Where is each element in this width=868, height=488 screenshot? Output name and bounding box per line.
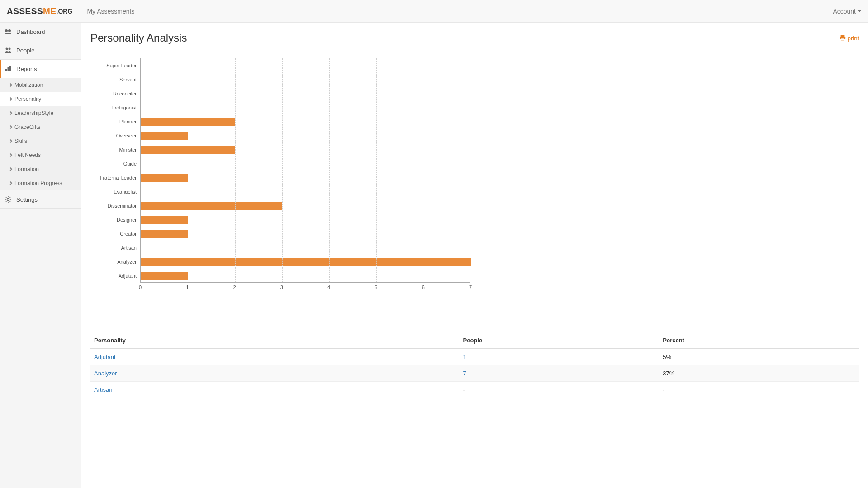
chart-y-label: Creator xyxy=(90,227,140,241)
top-navbar: ASSESSME .ORG My Assessments Account xyxy=(0,0,868,23)
chart-y-label: Super Leader xyxy=(90,58,140,72)
sidebar: Dashboard People Reports Mobilization Pe… xyxy=(0,23,81,488)
chart-y-label: Artisan xyxy=(90,241,140,255)
sidebar-item-reports[interactable]: Reports xyxy=(0,60,81,78)
percent-cell: 5% xyxy=(659,349,859,365)
chart-x-tick: 7 xyxy=(469,284,472,290)
print-label: print xyxy=(848,35,859,42)
chevron-right-icon xyxy=(9,111,12,115)
account-dropdown[interactable]: Account xyxy=(833,8,861,15)
chevron-right-icon xyxy=(9,97,12,101)
svg-rect-5 xyxy=(5,69,7,71)
svg-rect-2 xyxy=(5,33,11,34)
sidebar-sub-skills[interactable]: Skills xyxy=(0,134,81,148)
sidebar-sub-mobilization[interactable]: Mobilization xyxy=(0,78,81,92)
sidebar-item-settings[interactable]: Settings xyxy=(0,190,81,209)
print-button[interactable]: print xyxy=(840,35,859,42)
chart-y-label: Protagonist xyxy=(90,100,140,114)
svg-rect-11 xyxy=(841,38,844,41)
sidebar-sub-formationprogress[interactable]: Formation Progress xyxy=(0,176,81,190)
svg-rect-6 xyxy=(8,67,9,71)
caret-down-icon xyxy=(858,10,861,12)
svg-point-8 xyxy=(7,199,9,201)
sidebar-sub-leadershipstyle[interactable]: LeadershipStyle xyxy=(0,106,81,120)
sidebar-sub-label: LeadershipStyle xyxy=(14,110,53,116)
sidebar-sub-label: Formation xyxy=(14,166,39,172)
table-header-people: People xyxy=(460,332,659,349)
sidebar-item-label: People xyxy=(16,47,34,54)
table-row: Analyzer737% xyxy=(90,365,859,382)
chart-gridline xyxy=(235,58,236,282)
sidebar-item-label: Reports xyxy=(16,66,37,72)
percent-cell: 37% xyxy=(659,365,859,382)
chart-y-label: Reconciler xyxy=(90,86,140,100)
chart-gridline xyxy=(282,58,283,282)
nav-my-assessments[interactable]: My Assessments xyxy=(81,8,140,15)
sidebar-sub-gracegifts[interactable]: GraceGifts xyxy=(0,120,81,134)
chart-bar xyxy=(141,272,188,280)
sidebar-sub-label: Skills xyxy=(14,138,27,144)
people-icon xyxy=(5,47,12,54)
svg-rect-7 xyxy=(9,66,11,71)
chart-y-label: Evangelist xyxy=(90,185,140,199)
sidebar-sub-label: Felt Needs xyxy=(14,152,41,158)
chevron-right-icon xyxy=(9,153,12,157)
chart-bar xyxy=(141,230,188,238)
svg-point-4 xyxy=(9,48,11,50)
sidebar-sub-label: Mobilization xyxy=(14,82,43,88)
table-row: Adjutant15% xyxy=(90,349,859,365)
reports-icon xyxy=(5,65,12,72)
chevron-right-icon xyxy=(9,125,12,129)
sidebar-sub-label: GraceGifts xyxy=(14,124,40,130)
brand-suffix: .ORG xyxy=(57,8,73,15)
account-label: Account xyxy=(833,8,856,15)
chart-y-label: Minister xyxy=(90,142,140,156)
main-content: Personality Analysis print Super LeaderS… xyxy=(81,23,868,488)
personality-link[interactable]: Adjutant xyxy=(94,354,116,360)
chart-bar xyxy=(141,174,188,182)
chart-bar-row xyxy=(141,227,188,241)
personality-chart: Super LeaderServantReconcilerProtagonist… xyxy=(90,58,470,292)
chevron-right-icon xyxy=(9,83,12,87)
table-header-personality: Personality xyxy=(90,332,460,349)
personality-link[interactable]: Artisan xyxy=(94,386,112,393)
chart-y-label: Fraternal Leader xyxy=(90,171,140,185)
brand-me: ME xyxy=(43,6,57,16)
chart-x-tick: 4 xyxy=(327,284,330,290)
people-link[interactable]: 1 xyxy=(463,354,466,360)
chart-gridline xyxy=(471,58,471,282)
brand-logo[interactable]: ASSESSME .ORG xyxy=(7,6,72,16)
chart-bar xyxy=(141,216,188,224)
sidebar-item-dashboard[interactable]: Dashboard xyxy=(0,23,81,41)
sidebar-sub-personality[interactable]: Personality xyxy=(0,92,81,106)
chart-y-label: Guide xyxy=(90,156,140,171)
chevron-right-icon xyxy=(9,181,12,185)
chart-gridline xyxy=(329,58,330,282)
chart-gridline xyxy=(188,58,188,282)
sidebar-sub-feltneeds[interactable]: Felt Needs xyxy=(0,148,81,162)
chart-bar xyxy=(141,258,471,266)
personality-link[interactable]: Analyzer xyxy=(94,370,117,377)
table-row: Artisan-- xyxy=(90,382,859,398)
chart-x-tick: 6 xyxy=(422,284,425,290)
dashboard-icon xyxy=(5,28,12,35)
chart-bar-row xyxy=(141,128,188,142)
chart-y-label: Adjutant xyxy=(90,269,140,283)
personality-table: Personality People Percent Adjutant15%An… xyxy=(90,332,859,398)
sidebar-item-label: Dashboard xyxy=(16,28,45,35)
chart-x-tick: 1 xyxy=(186,284,189,290)
chart-x-tick: 3 xyxy=(280,284,283,290)
sidebar-sub-formation[interactable]: Formation xyxy=(0,162,81,176)
svg-point-0 xyxy=(5,29,8,32)
chart-bar-row xyxy=(141,213,188,227)
chart-bar-row xyxy=(141,199,282,213)
people-link[interactable]: 7 xyxy=(463,370,466,377)
chart-x-tick: 2 xyxy=(233,284,236,290)
chevron-right-icon xyxy=(9,167,12,171)
print-icon xyxy=(840,35,846,41)
chart-bar xyxy=(141,132,188,140)
chart-y-label: Planner xyxy=(90,114,140,128)
chart-gridline xyxy=(424,58,424,282)
chart-gridline xyxy=(376,58,377,282)
sidebar-item-people[interactable]: People xyxy=(0,41,81,60)
